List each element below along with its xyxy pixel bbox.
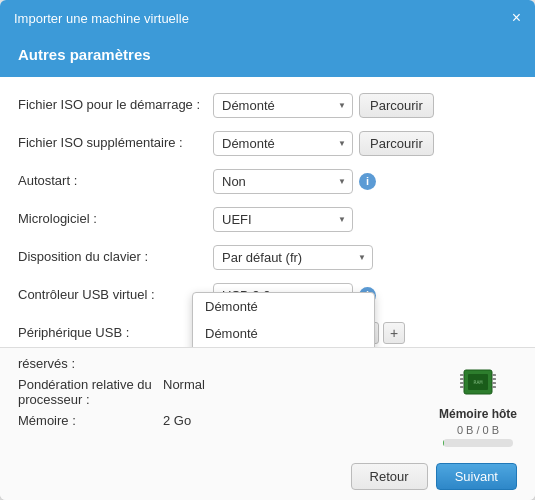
label-usb-controller: Contrôleur USB virtuel :	[18, 287, 213, 304]
bottom-value-memory: 2 Go	[163, 413, 191, 428]
memory-widget: RAM Mémoire hôte 0 B / 0 B	[439, 360, 517, 447]
section-header: Autres paramètres	[0, 36, 535, 77]
reserved-label: réservés :	[18, 356, 429, 371]
dropdown-wrapper-keyboard: Par défaut (fr)	[213, 245, 373, 270]
form-row-autostart: Autostart : Non i	[18, 167, 517, 195]
dropdown-iso-boot[interactable]: Démonté	[213, 93, 353, 118]
svg-rect-9	[492, 386, 496, 388]
section-heading: Autres paramètres	[18, 46, 151, 63]
btn-parcourir-iso-boot[interactable]: Parcourir	[359, 93, 434, 118]
dropdown-iso-extra[interactable]: Démonté	[213, 131, 353, 156]
dropdown-wrapper-firmware: UEFI	[213, 207, 353, 232]
form-row-keyboard: Disposition du clavier : Par défaut (fr)	[18, 243, 517, 271]
svg-rect-4	[460, 382, 464, 384]
main-content: Fichier ISO pour le démarrage : Démonté …	[0, 77, 535, 347]
menu-item-1[interactable]: Démonté	[193, 320, 374, 347]
bottom-row-memory: Mémoire : 2 Go	[18, 413, 429, 428]
control-firmware: UEFI	[213, 207, 517, 232]
close-button[interactable]: ×	[512, 10, 521, 26]
menu-item-0[interactable]: Démonté	[193, 293, 374, 320]
label-usb-device: Périphérique USB :	[18, 325, 213, 342]
info-icon-autostart[interactable]: i	[359, 173, 376, 190]
bottom-label-memory: Mémoire :	[18, 413, 163, 428]
memory-host-label: Mémoire hôte	[439, 407, 517, 421]
bottom-label-cpu: Pondération relative du processeur :	[18, 377, 163, 407]
memory-bar	[443, 439, 444, 447]
memory-bar-container	[443, 439, 513, 447]
label-keyboard: Disposition du clavier :	[18, 249, 213, 266]
svg-rect-6	[492, 374, 496, 376]
bottom-value-cpu: Normal	[163, 377, 205, 392]
dropdown-keyboard[interactable]: Par défaut (fr)	[213, 245, 373, 270]
form-row-firmware: Micrologiciel : UEFI	[18, 205, 517, 233]
memory-chip-icon: RAM	[456, 360, 500, 404]
svg-rect-7	[492, 378, 496, 380]
footer-buttons: Retour Suivant	[0, 455, 535, 500]
label-iso-boot: Fichier ISO pour le démarrage :	[18, 97, 213, 114]
label-autostart: Autostart :	[18, 173, 213, 190]
dropdown-wrapper-iso-boot: Démonté	[213, 93, 353, 118]
label-iso-extra: Fichier ISO supplémentaire :	[18, 135, 213, 152]
label-firmware: Micrologiciel :	[18, 211, 213, 228]
memory-usage: 0 B / 0 B	[457, 424, 499, 436]
dropdown-autostart[interactable]: Non	[213, 169, 353, 194]
svg-rect-5	[460, 386, 464, 388]
svg-rect-8	[492, 382, 496, 384]
dropdown-firmware[interactable]: UEFI	[213, 207, 353, 232]
svg-rect-3	[460, 378, 464, 380]
svg-rect-2	[460, 374, 464, 376]
btn-parcourir-iso-extra[interactable]: Parcourir	[359, 131, 434, 156]
form-row-iso-extra: Fichier ISO supplémentaire : Démonté Par…	[18, 129, 517, 157]
title-bar: Importer une machine virtuelle ×	[0, 0, 535, 36]
control-iso-extra: Démonté Parcourir	[213, 131, 517, 156]
bottom-row-cpu: Pondération relative du processeur : Nor…	[18, 377, 429, 407]
control-iso-boot: Démonté Parcourir	[213, 93, 517, 118]
svg-text:RAM: RAM	[473, 379, 482, 385]
bottom-left: réservés : Pondération relative du proce…	[18, 356, 429, 434]
control-autostart: Non i	[213, 169, 517, 194]
bottom-area: réservés : Pondération relative du proce…	[0, 347, 535, 455]
form-row-iso-boot: Fichier ISO pour le démarrage : Démonté …	[18, 91, 517, 119]
dropdown-menu: Démonté Démonté Future Technology Device…	[192, 292, 375, 347]
control-keyboard: Par défaut (fr)	[213, 245, 517, 270]
back-button[interactable]: Retour	[351, 463, 428, 490]
dropdown-wrapper-iso-extra: Démonté	[213, 131, 353, 156]
next-button[interactable]: Suivant	[436, 463, 517, 490]
dropdown-wrapper-autostart: Non	[213, 169, 353, 194]
dialog-container: Importer une machine virtuelle × Autres …	[0, 0, 535, 500]
usb-add-button[interactable]: +	[383, 322, 405, 344]
dialog-title: Importer une machine virtuelle	[14, 11, 189, 26]
